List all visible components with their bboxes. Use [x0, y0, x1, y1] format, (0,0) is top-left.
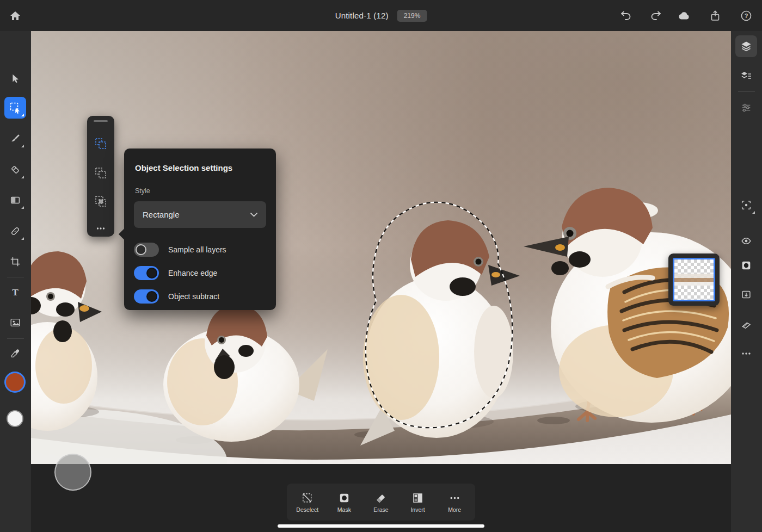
eraser-tool[interactable] — [4, 159, 26, 181]
cleanup-button[interactable] — [735, 314, 757, 336]
undo-icon — [619, 9, 632, 22]
image-icon — [9, 317, 21, 329]
layer-thumbnail — [673, 258, 715, 301]
intersect-selection-mode[interactable] — [91, 191, 110, 211]
more-label: More — [448, 506, 461, 513]
mask-label: Mask — [337, 506, 351, 513]
undo-button[interactable] — [616, 6, 636, 26]
toolbar-divider — [7, 277, 24, 277]
object-subtract-toggle[interactable] — [134, 289, 159, 304]
type-tool[interactable]: T — [4, 281, 26, 303]
layers-panel-button[interactable] — [735, 35, 757, 57]
object-selection-settings-popup: Object Selection settings Style Rectangl… — [124, 149, 276, 310]
style-label: Style — [135, 187, 150, 195]
home-indicator[interactable] — [278, 524, 484, 528]
object-selection-tool[interactable] — [4, 97, 26, 119]
show-selection-button[interactable] — [735, 230, 757, 252]
home-button[interactable] — [5, 6, 25, 26]
sample-all-layers-label: Sample all layers — [168, 245, 226, 254]
style-dropdown[interactable]: Rectangle — [134, 201, 266, 228]
toolbar-divider — [7, 338, 24, 339]
selection-action-bar: Deselect Mask Erase Invert More — [287, 484, 475, 521]
foreground-color-swatch[interactable] — [4, 372, 26, 393]
touch-shortcut-button[interactable] — [54, 454, 91, 491]
background-color-swatch[interactable] — [7, 410, 23, 427]
place-image-tool[interactable] — [4, 312, 26, 333]
fill-gradient-icon — [9, 194, 21, 206]
left-toolbar: T — [0, 31, 31, 532]
help-button[interactable]: ? — [736, 6, 756, 26]
document-title: Untitled-1 (12) — [335, 11, 389, 20]
toolbar-divider — [738, 91, 755, 92]
object-subtract-row: Object subtract — [134, 289, 219, 304]
layer-thumbnail-content — [674, 274, 714, 286]
move-tool[interactable] — [4, 68, 26, 90]
more-dots-icon — [95, 222, 107, 234]
svg-text:T: T — [12, 287, 19, 298]
sample-all-layers-toggle[interactable] — [134, 243, 159, 257]
chevron-down-icon — [250, 213, 257, 217]
eye-icon — [740, 235, 752, 247]
layer-properties-icon — [740, 70, 753, 83]
enhance-edge-toggle[interactable] — [134, 266, 159, 280]
deselect-label: Deselect — [296, 506, 318, 513]
intersect-selection-icon — [94, 195, 107, 208]
top-bar: Untitled-1 (12) 219% ? — [0, 0, 762, 31]
eraser-icon — [9, 164, 21, 176]
select-subject-button[interactable] — [735, 194, 757, 216]
adjustments-button[interactable] — [735, 97, 757, 119]
object-subtract-label: Object subtract — [168, 292, 219, 301]
home-icon — [9, 9, 22, 22]
brush-icon — [9, 133, 21, 145]
sample-all-layers-row: Sample all layers — [134, 242, 226, 257]
fill-tool[interactable] — [4, 189, 26, 211]
add-selection-mode[interactable] — [91, 134, 110, 153]
help-icon: ? — [740, 9, 753, 22]
mask-icon — [338, 492, 351, 504]
mask-action-button[interactable]: Mask — [327, 492, 361, 513]
flyout-drag-handle[interactable] — [94, 120, 108, 122]
healing-bandaid-icon — [9, 225, 21, 237]
eyedropper-tool[interactable] — [4, 343, 26, 364]
selection-more-options[interactable] — [91, 219, 110, 238]
mask-button[interactable] — [735, 255, 757, 276]
mask-icon — [740, 259, 752, 271]
popup-title: Object Selection settings — [135, 163, 232, 172]
more-options-button[interactable] — [735, 343, 757, 364]
tool-options-flyout — [87, 116, 114, 237]
more-dots-icon — [740, 348, 752, 360]
add-selection-icon — [94, 137, 107, 150]
style-dropdown-value: Rectangle — [143, 210, 180, 219]
move-cursor-icon — [9, 73, 21, 85]
share-icon — [709, 9, 722, 22]
zoom-level-badge[interactable]: 219% — [397, 10, 427, 22]
send-to-button[interactable] — [735, 283, 757, 305]
more-dots-icon — [448, 492, 461, 504]
deselect-icon — [301, 492, 314, 504]
deselect-button[interactable]: Deselect — [291, 492, 324, 513]
healing-brush-tool[interactable] — [4, 220, 26, 242]
redo-button[interactable] — [646, 6, 666, 26]
layers-icon — [740, 40, 753, 53]
more-actions-button[interactable]: More — [438, 492, 471, 513]
erase-label: Erase — [373, 506, 388, 513]
erase-button[interactable]: Erase — [364, 492, 398, 513]
svg-text:?: ? — [745, 13, 748, 19]
crop-icon — [9, 256, 21, 268]
enhance-edge-row: Enhance edge — [134, 265, 217, 281]
layer-properties-button[interactable] — [735, 65, 757, 87]
cloud-sync-icon — [677, 9, 691, 23]
send-to-icon — [740, 288, 752, 300]
brush-tool[interactable] — [4, 128, 26, 150]
selected-layer-chip[interactable] — [668, 253, 720, 306]
share-button[interactable] — [705, 6, 725, 26]
invert-button[interactable]: Invert — [401, 492, 435, 513]
crop-tool[interactable] — [4, 251, 26, 273]
adjustments-sliders-icon — [740, 102, 752, 114]
subtract-selection-mode[interactable] — [91, 163, 110, 183]
right-toolbar — [731, 31, 762, 532]
object-selection-icon — [9, 101, 22, 114]
cleanup-wedge-icon — [740, 319, 752, 331]
cloud-sync-button[interactable] — [674, 6, 694, 26]
erase-icon — [374, 492, 387, 504]
